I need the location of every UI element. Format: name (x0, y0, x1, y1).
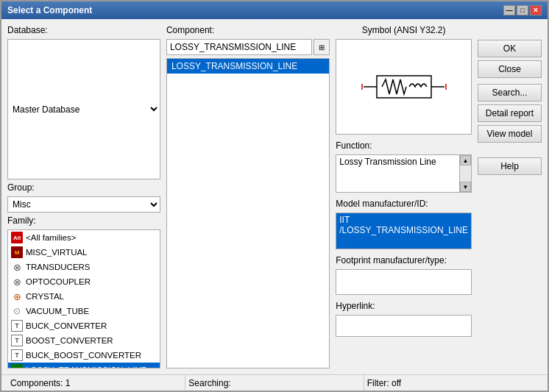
family-item-vacuum-tube[interactable]: ⊙ VACUUM_TUBE (8, 304, 160, 318)
model-manufacturer-label: Model manufacturer/ID: (336, 199, 472, 209)
crystal-icon: ⊕ (11, 291, 23, 302)
status-filter: Filter: off (364, 375, 542, 391)
family-item-crystal[interactable]: ⊕ CRYSTAL (8, 289, 160, 304)
view-model-button[interactable]: View model (478, 125, 542, 143)
family-item-lossy[interactable]: ~ LOSSY_TRANSMISSION_LINE (8, 363, 160, 368)
component-filter-button[interactable]: ⊞ (314, 39, 330, 55)
scroll-track (460, 165, 471, 182)
symbol-svg (356, 57, 452, 116)
family-item-lossy-label: LOSSY_TRANSMISSION_LINE (26, 366, 146, 368)
group-label: Group: (7, 182, 160, 193)
buck-boost-icon: T (11, 349, 23, 361)
family-list[interactable]: All <All families> M MISC_VIRTUAL ⊗ TRAN… (7, 229, 160, 368)
family-item-misc-virtual[interactable]: M MISC_VIRTUAL (8, 245, 160, 260)
family-item-buck-label: BUCK_CONVERTER (26, 321, 107, 330)
footprint-label: Footprint manufacturer/type: (336, 255, 472, 266)
symbol-display (336, 39, 472, 135)
database-label: Database: (7, 25, 160, 35)
model-manufacturer-value: IIT /LOSSY_TRANSMISSION_LINE (339, 215, 468, 235)
middle-panel: Component: ⊞ LOSSY_TRANSMISSION_LINE (166, 25, 330, 368)
family-item-boost-label: BOOST_CONVERTER (26, 336, 113, 345)
symbol-label: Symbol (ANSI Y32.2) (336, 25, 472, 35)
vacuum-tube-icon: ⊙ (11, 305, 23, 317)
boost-icon: T (11, 335, 23, 346)
family-item-all[interactable]: All <All families> (8, 230, 160, 245)
search-button[interactable]: Search... (478, 84, 542, 101)
hyperlink-label: Hyperlink: (336, 301, 472, 311)
buck-icon: T (11, 320, 23, 332)
family-item-misc-virtual-label: MISC_VIRTUAL (26, 248, 88, 257)
status-bar: Components: 1 Searching: Filter: off (1, 374, 548, 391)
select-component-dialog: Select a Component — □ ✕ Database: Maste… (0, 0, 549, 392)
function-label: Function: (336, 140, 472, 151)
model-manufacturer-field: IIT /LOSSY_TRANSMISSION_LINE (336, 213, 472, 249)
component-list[interactable]: LOSSY_TRANSMISSION_LINE (166, 58, 330, 368)
right-panel: Symbol (ANSI Y32.2) (336, 25, 472, 368)
dialog-title: Select a Component (7, 5, 92, 15)
searching-label: Searching: (188, 378, 230, 388)
transducers-icon: ⊗ (11, 261, 23, 273)
component-item-lossy[interactable]: LOSSY_TRANSMISSION_LINE (167, 59, 329, 74)
help-button[interactable]: Help (478, 157, 542, 175)
filter-label: Filter: off (367, 378, 401, 388)
minimize-button[interactable]: — (503, 5, 515, 15)
main-content: Database: Master Database Group: Misc Fa… (1, 19, 548, 374)
family-item-vacuum-tube-label: VACUUM_TUBE (26, 307, 89, 316)
family-item-transducers[interactable]: ⊗ TRANSDUCERS (8, 260, 160, 274)
optocoupler-icon: ⊗ (11, 276, 23, 288)
function-value: Lossy Transmission Line (339, 157, 436, 167)
family-item-optocoupler-label: OPTOCOUPLER (26, 277, 91, 286)
hyperlink-field (336, 315, 472, 337)
maximize-button[interactable]: □ (517, 5, 528, 15)
left-panel: Database: Master Database Group: Misc Fa… (7, 25, 160, 368)
component-item-lossy-label: LOSSY_TRANSMISSION_LINE (171, 61, 297, 71)
family-item-buck-boost[interactable]: T BUCK_BOOST_CONVERTER (8, 348, 160, 363)
ok-button[interactable]: OK (478, 40, 542, 57)
close-window-button[interactable]: ✕ (530, 5, 542, 15)
status-components: Components: 1 (7, 375, 185, 391)
window-controls: — □ ✕ (503, 5, 542, 15)
component-label: Component: (166, 25, 330, 35)
function-field-container: Lossy Transmission Line ▲ ▼ (336, 154, 472, 193)
family-label: Family: (7, 215, 160, 226)
scroll-down-icon[interactable]: ▼ (460, 182, 471, 192)
components-count: Components: 1 (10, 378, 70, 388)
family-item-buck-boost-label: BUCK_BOOST_CONVERTER (26, 351, 141, 360)
footprint-field (336, 269, 472, 295)
family-item-buck[interactable]: T BUCK_CONVERTER (8, 318, 160, 333)
detail-report-button[interactable]: Detail report (478, 104, 542, 122)
scroll-up-icon[interactable]: ▲ (460, 155, 471, 165)
database-dropdown[interactable]: Master Database (7, 39, 160, 179)
misc-virtual-icon: M (11, 246, 23, 258)
all-families-icon: All (11, 232, 23, 243)
status-searching: Searching: (185, 375, 364, 391)
function-scrollbar[interactable]: ▲ ▼ (459, 155, 471, 192)
family-item-crystal-label: CRYSTAL (26, 292, 64, 301)
function-field: Lossy Transmission Line (336, 155, 459, 192)
family-item-transducers-label: TRANSDUCERS (26, 263, 91, 271)
component-header: ⊞ (166, 39, 330, 55)
family-item-boost[interactable]: T BOOST_CONVERTER (8, 333, 160, 348)
group-container: Misc (7, 196, 160, 213)
lossy-icon: ~ (11, 364, 23, 368)
title-bar: Select a Component — □ ✕ (1, 1, 548, 19)
buttons-panel: OK Close Search... Detail report View mo… (478, 25, 542, 368)
component-search-input[interactable] (166, 39, 312, 55)
family-item-all-label: <All families> (26, 233, 76, 242)
group-dropdown[interactable]: Misc (7, 196, 160, 213)
family-item-optocoupler[interactable]: ⊗ OPTOCOUPLER (8, 274, 160, 289)
close-button[interactable]: Close (478, 60, 542, 78)
